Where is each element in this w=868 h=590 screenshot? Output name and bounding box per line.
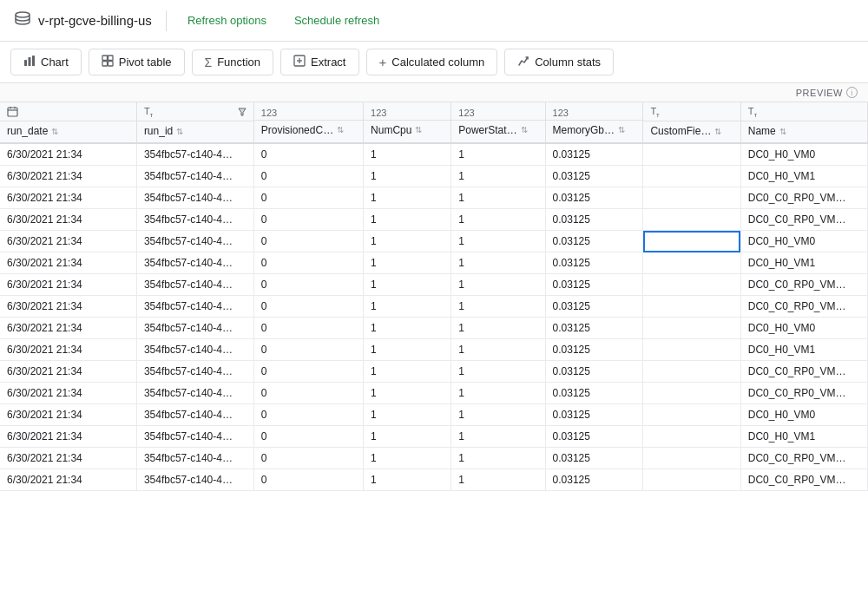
- cell-run_date[interactable]: 6/30/2021 21:34: [0, 426, 136, 448]
- cell-powerstat[interactable]: 1: [451, 426, 545, 448]
- cell-provisioned[interactable]: 0: [253, 252, 363, 274]
- cell-provisioned[interactable]: 0: [253, 339, 363, 361]
- cell-customfield[interactable]: [643, 318, 740, 339]
- cell-numcpu[interactable]: 1: [364, 166, 451, 187]
- cell-run_date[interactable]: 6/30/2021 21:34: [0, 404, 136, 426]
- cell-customfield[interactable]: [643, 231, 740, 252]
- cell-numcpu[interactable]: 1: [364, 383, 451, 404]
- cell-powerstat[interactable]: 1: [451, 231, 545, 252]
- col-header-numcpu[interactable]: 123 NumCpu ⇅: [364, 102, 451, 143]
- cell-name[interactable]: DC0_C0_RP0_VM…: [740, 187, 867, 209]
- table-row[interactable]: 6/30/2021 21:34354fbc57-c140-4…0110.0312…: [0, 209, 868, 231]
- run_date-sort-icon[interactable]: ⇅: [51, 127, 58, 136]
- cell-run_date[interactable]: 6/30/2021 21:34: [0, 361, 136, 383]
- cell-run_id[interactable]: 354fbc57-c140-4…: [136, 448, 253, 469]
- cell-customfield[interactable]: [643, 339, 740, 361]
- pivot-table-button[interactable]: Pivot table: [89, 49, 185, 75]
- cell-provisioned[interactable]: 0: [253, 383, 363, 404]
- cell-numcpu[interactable]: 1: [364, 296, 451, 318]
- col-header-memorygb[interactable]: 123 MemoryGb… ⇅: [545, 102, 643, 143]
- cell-memorygb[interactable]: 0.03125: [545, 143, 643, 166]
- cell-run_date[interactable]: 6/30/2021 21:34: [0, 252, 136, 274]
- cell-name[interactable]: DC0_C0_RP0_VM…: [740, 274, 867, 296]
- memorygb-sort-icon[interactable]: ⇅: [618, 125, 625, 134]
- cell-run_date[interactable]: 6/30/2021 21:34: [0, 209, 136, 231]
- cell-customfield[interactable]: [643, 274, 740, 296]
- col-header-powerstat[interactable]: 123 PowerStat… ⇅: [451, 102, 545, 143]
- cell-name[interactable]: DC0_C0_RP0_VM…: [740, 448, 867, 469]
- cell-powerstat[interactable]: 1: [451, 187, 545, 209]
- cell-memorygb[interactable]: 0.03125: [545, 448, 643, 469]
- cell-provisioned[interactable]: 0: [253, 426, 363, 448]
- cell-customfield[interactable]: [643, 187, 740, 209]
- cell-memorygb[interactable]: 0.03125: [545, 166, 643, 187]
- customfield-sort-icon[interactable]: ⇅: [714, 127, 721, 136]
- cell-numcpu[interactable]: 1: [364, 252, 451, 274]
- cell-memorygb[interactable]: 0.03125: [545, 404, 643, 426]
- cell-powerstat[interactable]: 1: [451, 252, 545, 274]
- numcpu-sort-icon[interactable]: ⇅: [415, 125, 422, 134]
- cell-run_date[interactable]: 6/30/2021 21:34: [0, 296, 136, 318]
- cell-run_id[interactable]: 354fbc57-c140-4…: [136, 469, 253, 491]
- cell-memorygb[interactable]: 0.03125: [545, 339, 643, 361]
- cell-provisioned[interactable]: 0: [253, 296, 363, 318]
- cell-run_id[interactable]: 354fbc57-c140-4…: [136, 166, 253, 187]
- cell-provisioned[interactable]: 0: [253, 166, 363, 187]
- cell-run_date[interactable]: 6/30/2021 21:34: [0, 469, 136, 491]
- col-header-name[interactable]: Tт Name ⇅: [740, 102, 867, 143]
- cell-numcpu[interactable]: 1: [364, 318, 451, 339]
- cell-run_date[interactable]: 6/30/2021 21:34: [0, 383, 136, 404]
- cell-powerstat[interactable]: 1: [451, 404, 545, 426]
- cell-run_id[interactable]: 354fbc57-c140-4…: [136, 383, 253, 404]
- col-header-customfield[interactable]: Tт CustomFie… ⇅: [643, 102, 740, 143]
- cell-powerstat[interactable]: 1: [451, 448, 545, 469]
- cell-memorygb[interactable]: 0.03125: [545, 231, 643, 252]
- powerstat-sort-icon[interactable]: ⇅: [521, 125, 528, 134]
- cell-provisioned[interactable]: 0: [253, 231, 363, 252]
- cell-name[interactable]: DC0_H0_VM0: [740, 318, 867, 339]
- cell-numcpu[interactable]: 1: [364, 274, 451, 296]
- table-row[interactable]: 6/30/2021 21:34354fbc57-c140-4…0110.0312…: [0, 296, 868, 318]
- cell-run_date[interactable]: 6/30/2021 21:34: [0, 274, 136, 296]
- cell-memorygb[interactable]: 0.03125: [545, 209, 643, 231]
- cell-memorygb[interactable]: 0.03125: [545, 252, 643, 274]
- cell-memorygb[interactable]: 0.03125: [545, 426, 643, 448]
- refresh-options-button[interactable]: Refresh options: [181, 9, 273, 32]
- cell-run_date[interactable]: 6/30/2021 21:34: [0, 143, 136, 166]
- cell-run_id[interactable]: 354fbc57-c140-4…: [136, 318, 253, 339]
- table-row[interactable]: 6/30/2021 21:34354fbc57-c140-4…0110.0312…: [0, 252, 868, 274]
- cell-memorygb[interactable]: 0.03125: [545, 361, 643, 383]
- cell-numcpu[interactable]: 1: [364, 187, 451, 209]
- cell-provisioned[interactable]: 0: [253, 143, 363, 166]
- cell-powerstat[interactable]: 1: [451, 383, 545, 404]
- data-table-wrapper[interactable]: run_date ⇅ Tт run_id: [0, 102, 868, 580]
- table-row[interactable]: 6/30/2021 21:34354fbc57-c140-4…0110.0312…: [0, 166, 868, 187]
- cell-memorygb[interactable]: 0.03125: [545, 383, 643, 404]
- cell-numcpu[interactable]: 1: [364, 143, 451, 166]
- cell-provisioned[interactable]: 0: [253, 448, 363, 469]
- cell-provisioned[interactable]: 0: [253, 209, 363, 231]
- cell-customfield[interactable]: [643, 361, 740, 383]
- table-row[interactable]: 6/30/2021 21:34354fbc57-c140-4…0110.0312…: [0, 361, 868, 383]
- cell-powerstat[interactable]: 1: [451, 339, 545, 361]
- cell-numcpu[interactable]: 1: [364, 448, 451, 469]
- cell-numcpu[interactable]: 1: [364, 339, 451, 361]
- cell-powerstat[interactable]: 1: [451, 469, 545, 491]
- cell-customfield[interactable]: [643, 209, 740, 231]
- cell-numcpu[interactable]: 1: [364, 209, 451, 231]
- cell-run_id[interactable]: 354fbc57-c140-4…: [136, 404, 253, 426]
- provisioned-sort-icon[interactable]: ⇅: [337, 125, 344, 134]
- cell-powerstat[interactable]: 1: [451, 296, 545, 318]
- cell-powerstat[interactable]: 1: [451, 361, 545, 383]
- cell-memorygb[interactable]: 0.03125: [545, 296, 643, 318]
- table-row[interactable]: 6/30/2021 21:34354fbc57-c140-4…0110.0312…: [0, 231, 868, 252]
- cell-powerstat[interactable]: 1: [451, 209, 545, 231]
- cell-powerstat[interactable]: 1: [451, 143, 545, 166]
- chart-button[interactable]: Chart: [10, 49, 82, 75]
- cell-numcpu[interactable]: 1: [364, 426, 451, 448]
- run_id-sort-icon[interactable]: ⇅: [176, 127, 183, 136]
- cell-run_id[interactable]: 354fbc57-c140-4…: [136, 231, 253, 252]
- cell-memorygb[interactable]: 0.03125: [545, 318, 643, 339]
- table-row[interactable]: 6/30/2021 21:34354fbc57-c140-4…0110.0312…: [0, 469, 868, 491]
- cell-customfield[interactable]: [643, 383, 740, 404]
